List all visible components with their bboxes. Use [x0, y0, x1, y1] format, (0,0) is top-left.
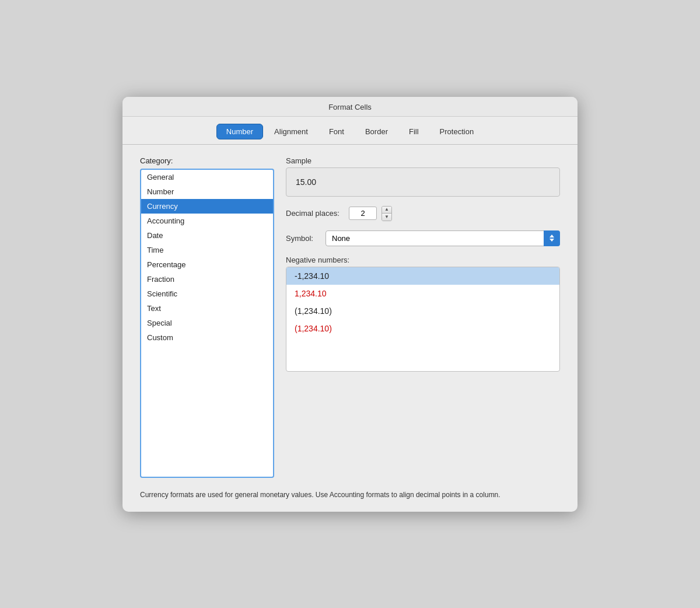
- format-cells-dialog: Format Cells Number Alignment Font Borde…: [123, 97, 578, 512]
- category-item-time[interactable]: Time: [141, 243, 273, 257]
- sample-section: Sample 15.00: [286, 156, 560, 197]
- category-item-custom[interactable]: Custom: [141, 330, 273, 345]
- tab-protection[interactable]: Protection: [430, 124, 484, 139]
- category-panel: Category: General Number Currency Accoun…: [140, 156, 274, 478]
- symbol-select-wrapper: None $ € £ ¥: [326, 230, 560, 246]
- main-content: Category: General Number Currency Accoun…: [123, 145, 578, 484]
- category-item-date[interactable]: Date: [141, 228, 273, 243]
- negative-numbers-list: -1,234.10 1,234.10 (1,234.10) (1,234.10): [286, 267, 560, 372]
- footer-description: Currency formats are used for general mo…: [123, 484, 578, 500]
- decimal-spinner: ▲ ▼: [382, 206, 392, 221]
- symbol-select[interactable]: None $ € £ ¥: [326, 230, 560, 246]
- format-options-panel: Sample 15.00 Decimal places: ▲ ▼ Symbol:…: [286, 156, 560, 478]
- decimal-places-row: Decimal places: ▲ ▼: [286, 206, 560, 221]
- sample-value: 15.00: [286, 167, 560, 197]
- category-item-text[interactable]: Text: [141, 301, 273, 316]
- tab-font[interactable]: Font: [319, 124, 354, 139]
- category-item-scientific[interactable]: Scientific: [141, 286, 273, 301]
- category-label: Category:: [140, 156, 274, 165]
- tab-border[interactable]: Border: [355, 124, 398, 139]
- sample-label: Sample: [286, 156, 560, 165]
- spinner-up-button[interactable]: ▲: [382, 207, 391, 214]
- negative-numbers-section: Negative numbers: -1,234.10 1,234.10 (1,…: [286, 256, 560, 372]
- category-item-fraction[interactable]: Fraction: [141, 272, 273, 286]
- title-bar: Format Cells: [123, 97, 578, 117]
- decimal-places-input[interactable]: [349, 207, 377, 220]
- tab-fill[interactable]: Fill: [399, 124, 429, 139]
- category-item-general[interactable]: General: [141, 170, 273, 184]
- tab-bar: Number Alignment Font Border Fill Protec…: [123, 117, 578, 139]
- spinner-down-button[interactable]: ▼: [382, 214, 391, 221]
- tab-number[interactable]: Number: [216, 124, 263, 139]
- negative-item-3[interactable]: (1,234.10): [286, 302, 559, 320]
- negative-item-2[interactable]: 1,234.10: [286, 285, 559, 302]
- negative-item-4[interactable]: (1,234.10): [286, 320, 559, 337]
- category-item-special[interactable]: Special: [141, 316, 273, 330]
- symbol-row: Symbol: None $ € £ ¥: [286, 230, 560, 246]
- negative-numbers-label: Negative numbers:: [286, 256, 560, 264]
- decimal-places-label: Decimal places:: [286, 209, 344, 218]
- category-item-number[interactable]: Number: [141, 184, 273, 199]
- category-list: General Number Currency Accounting Date …: [140, 169, 274, 478]
- negative-item-1[interactable]: -1,234.10: [286, 267, 559, 285]
- category-item-accounting[interactable]: Accounting: [141, 214, 273, 228]
- dialog-title: Format Cells: [328, 103, 372, 111]
- category-item-currency[interactable]: Currency: [141, 199, 273, 214]
- symbol-label: Symbol:: [286, 234, 321, 243]
- category-item-percentage[interactable]: Percentage: [141, 257, 273, 272]
- tab-alignment[interactable]: Alignment: [264, 124, 318, 139]
